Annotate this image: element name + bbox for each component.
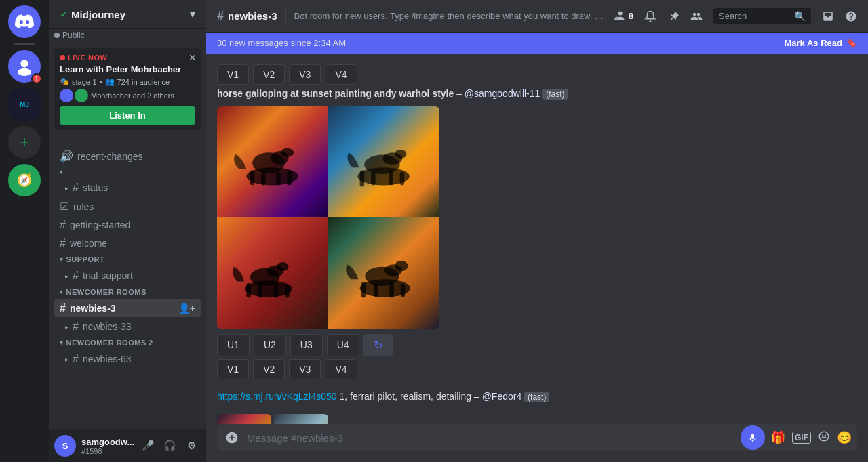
newcomer-chevron: ▾: [60, 289, 64, 295]
channel-header: # newbies-3 Bot room for new users. Type…: [206, 0, 868, 33]
emoji-button[interactable]: 😊: [837, 430, 852, 445]
server-status-label: Public: [62, 30, 85, 40]
v1-button-top[interactable]: V1: [217, 64, 249, 85]
svg-rect-8: [262, 172, 267, 186]
svg-rect-16: [371, 172, 376, 186]
ferrari-link[interactable]: https://s.mj.run/vKqLzI4s050: [217, 391, 337, 402]
svg-point-30: [395, 261, 408, 271]
u1-button[interactable]: U1: [217, 334, 250, 356]
ferrari-image-1[interactable]: [217, 414, 271, 424]
horse-image-4[interactable]: [328, 217, 439, 329]
message-text-input[interactable]: [247, 425, 735, 450]
channel-name-rules: rules: [73, 201, 94, 212]
horse-user-mention[interactable]: @samgoodwill-11: [465, 88, 540, 99]
voice-activity-button[interactable]: [741, 425, 765, 450]
server-name-header[interactable]: ✓ Midjourney ▾: [49, 0, 206, 29]
stage-icon: 🎭: [60, 77, 69, 86]
prompt-separator: –: [456, 88, 465, 99]
add-member-icon[interactable]: 👤+: [178, 303, 195, 314]
ferrari-user-mention[interactable]: @Fedor4: [482, 391, 522, 402]
category-support[interactable]: ▾ SUPPORT: [54, 253, 201, 266]
u2-button[interactable]: U2: [254, 334, 286, 356]
v2-button-top[interactable]: V2: [253, 64, 285, 85]
live-banner-close-button[interactable]: ✕: [189, 52, 197, 63]
ferrari-image-2[interactable]: [274, 414, 328, 424]
mini-avatars: [60, 89, 88, 102]
members-list-button[interactable]: [690, 10, 703, 22]
settings-button[interactable]: ⚙: [182, 436, 201, 455]
channel-item-rules[interactable]: ☑ rules: [54, 197, 201, 215]
avatar-2: [75, 89, 88, 102]
horse-image-2[interactable]: [328, 106, 439, 217]
gif-button[interactable]: GIF: [792, 432, 811, 444]
participants-label: Mohrbacher and 2 others: [91, 91, 174, 100]
user-controls: 🎤 🎧 ⚙: [138, 436, 201, 455]
notifications-button[interactable]: [644, 10, 656, 22]
server-divider: [14, 43, 35, 45]
horse-image-3[interactable]: [217, 217, 328, 329]
speaker-icon: 🔊: [60, 150, 73, 163]
server-icon-user[interactable]: 1: [8, 50, 41, 83]
add-server-button[interactable]: +: [8, 126, 41, 159]
server-icon-midjourney[interactable]: MJ: [8, 88, 41, 121]
v2-button-bottom[interactable]: V2: [253, 359, 285, 379]
inbox-button[interactable]: [822, 10, 834, 22]
new-messages-text: 30 new messages since 2:34 AM: [217, 38, 346, 48]
v1-button-bottom[interactable]: V1: [217, 359, 249, 379]
search-box[interactable]: 🔍: [713, 8, 811, 24]
channel-item-trial-support[interactable]: ▸ # trial-support: [54, 267, 201, 285]
horse-prompt-text: horse galloping at sunset painting andy …: [217, 88, 454, 99]
channel-item-newbies-3[interactable]: # newbies-3 👤+: [54, 299, 201, 317]
category-newcomer-rooms-2[interactable]: ▾ NEWCOMER ROOMS 2: [54, 336, 201, 350]
search-input[interactable]: [719, 11, 790, 21]
headphones-button[interactable]: 🎧: [160, 436, 179, 455]
channel-item-newbies-33[interactable]: ▸ # newbies-33: [54, 318, 201, 335]
server-header-chevron: ▾: [190, 8, 195, 20]
sticker-button[interactable]: [818, 430, 830, 446]
listen-in-button[interactable]: Listen In: [60, 106, 195, 125]
horse-painting-1: [217, 106, 328, 217]
messages-area[interactable]: V1 V2 V3 V4 horse galloping at sunset pa…: [206, 54, 868, 424]
mark-as-read-button[interactable]: Mark As Read 🔖: [785, 38, 858, 48]
category-general[interactable]: ▾: [54, 166, 201, 178]
u3-button[interactable]: U3: [290, 334, 323, 356]
category-label-newcomer2: NEWCOMER ROOMS 2: [66, 339, 153, 347]
live-dot-icon: [60, 55, 65, 60]
gift-button[interactable]: 🎁: [770, 430, 785, 445]
add-content-button[interactable]: [222, 424, 241, 451]
v3-button-bottom[interactable]: V3: [289, 359, 321, 379]
u4-button[interactable]: U4: [327, 334, 359, 356]
channel-header-name: # newbies-3: [217, 9, 277, 23]
members-count-button[interactable]: 8: [614, 10, 633, 22]
explore-servers-button[interactable]: 🧭: [8, 164, 41, 196]
v3-button-top[interactable]: V3: [289, 64, 321, 85]
channel-item-status[interactable]: ▸ # status: [54, 179, 201, 196]
channel-hash-icon: #: [217, 9, 224, 23]
server-list: 1 MJ + 🧭: [0, 0, 49, 462]
ferrari-images-partial: [217, 414, 857, 424]
category-newcomer-rooms[interactable]: ▾ NEWCOMER ROOMS: [54, 285, 201, 299]
channel-item-recent-changes[interactable]: 🔊 recent-changes: [54, 147, 201, 165]
help-button[interactable]: [845, 10, 857, 22]
right-input-icons: 🎁 GIF 😊: [770, 430, 852, 446]
channel-item-newbies-63[interactable]: ▸ # newbies-63: [54, 350, 201, 368]
v4-button-top[interactable]: V4: [325, 64, 357, 85]
channel-item-getting-started[interactable]: # getting-started: [54, 216, 201, 234]
refresh-button[interactable]: ↻: [363, 334, 393, 356]
people-icon: 👥: [105, 77, 115, 86]
variation-buttons-top: V1 V2 V3 V4: [217, 64, 857, 85]
horse-image-1[interactable]: [217, 106, 328, 217]
mic-button[interactable]: 🎤: [138, 436, 157, 455]
channel-sidebar: ✓ Midjourney ▾ Public ✕ LIVE NOW Learn w…: [49, 0, 206, 462]
message-group-horse: V1 V2 V3 V4 horse galloping at sunset pa…: [217, 64, 857, 379]
category-label-support: SUPPORT: [66, 255, 105, 264]
horse-fast-label: (fast): [542, 89, 568, 100]
svg-rect-31: [361, 282, 366, 298]
user-bar: S samgoodw... #1598 🎤 🎧 ⚙: [49, 429, 206, 462]
discord-home-button[interactable]: [8, 5, 41, 38]
newbies-33-chevron: ▸: [65, 323, 68, 331]
v4-button-bottom[interactable]: V4: [325, 359, 357, 379]
channel-item-welcome[interactable]: # welcome: [54, 234, 201, 252]
svg-point-6: [281, 148, 294, 157]
pin-button[interactable]: [667, 10, 679, 22]
